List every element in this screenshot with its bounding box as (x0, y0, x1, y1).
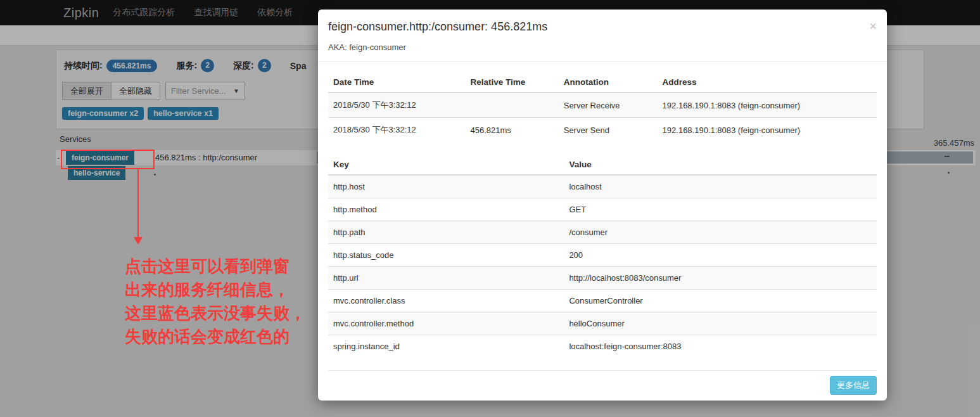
column-header-relative-time: Relative Time (466, 72, 559, 93)
column-header-value: Value (564, 155, 877, 175)
annotation-note-text: 点击这里可以看到弹窗 出来的服务纤细信息， 这里蓝色表示没事失败， 失败的话会变… (125, 255, 334, 349)
cell-value: localhost:feign-consumer:8083 (564, 335, 877, 358)
table-row: http.url http://localhost:8083/consumer (328, 267, 877, 290)
cell-date-time: 2018/5/30 下午3:32:12 (328, 118, 466, 143)
table-row: spring.instance_id localhost:feign-consu… (328, 335, 877, 358)
cell-date-time: 2018/5/30 下午3:32:12 (328, 93, 466, 118)
table-row: mvc.controller.class ConsumerController (328, 290, 877, 312)
annotation-note-line: 点击这里可以看到弹窗 (125, 255, 334, 278)
annotation-highlight-box (61, 150, 155, 169)
cell-relative-time (466, 93, 559, 118)
modal-title: feign-consumer.http:/consumer: 456.821ms (328, 20, 877, 34)
annotation-note-line: 这里蓝色表示没事失败， (125, 302, 334, 325)
more-info-button[interactable]: 更多信息 (830, 376, 877, 395)
annotation-arrow-line (137, 169, 139, 238)
column-header-date-time: Date Time (328, 72, 466, 93)
cell-value: ConsumerController (564, 290, 877, 312)
modal-footer: 更多信息 (318, 371, 887, 395)
column-header-address: Address (658, 72, 877, 93)
cell-key: mvc.controller.method (328, 312, 564, 335)
annotation-arrow-head-icon (134, 237, 143, 245)
table-row: http.status_code 200 (328, 244, 877, 267)
cell-value: GET (564, 198, 877, 221)
table-row: http.host localhost (328, 175, 877, 198)
table-row: http.path /consumer (328, 221, 877, 244)
table-row: 2018/5/30 下午3:32:12 456.821ms Server Sen… (328, 118, 877, 143)
table-row: 2018/5/30 下午3:32:12 Server Receive 192.1… (328, 93, 877, 118)
cell-annotation: Server Receive (559, 93, 658, 118)
cell-key: http.url (328, 267, 564, 290)
annotation-note-line: 出来的服务纤细信息， (125, 278, 334, 302)
annotation-note-line: 失败的话会变成红色的 (125, 325, 334, 349)
cell-key: http.path (328, 221, 564, 244)
modal-header: feign-consumer.http:/consumer: 456.821ms… (318, 10, 887, 62)
table-row: http.method GET (328, 198, 877, 221)
tags-table: Key Value http.host localhost http.metho… (328, 155, 877, 357)
cell-address: 192.168.190.1:8083 (feign-consumer) (658, 118, 877, 143)
cell-address: 192.168.190.1:8083 (feign-consumer) (658, 93, 877, 118)
cell-value: localhost (564, 175, 877, 198)
column-header-annotation: Annotation (559, 72, 658, 93)
cell-value: 200 (564, 244, 877, 267)
cell-key: spring.instance_id (328, 335, 564, 358)
table-row: mvc.controller.method helloConsumer (328, 312, 877, 335)
cell-value: helloConsumer (564, 312, 877, 335)
cell-value: /consumer (564, 221, 877, 244)
cell-relative-time: 456.821ms (466, 118, 559, 143)
annotations-table: Date Time Relative Time Annotation Addre… (328, 72, 877, 142)
column-header-key: Key (328, 155, 564, 175)
span-detail-modal: feign-consumer.http:/consumer: 456.821ms… (318, 10, 887, 401)
cell-annotation: Server Send (559, 118, 658, 143)
close-icon[interactable]: × (869, 20, 877, 32)
cell-key: http.method (328, 198, 564, 221)
cell-key: http.status_code (328, 244, 564, 267)
modal-body: Date Time Relative Time Annotation Addre… (318, 62, 887, 357)
cell-value: http://localhost:8083/consumer (564, 267, 877, 290)
cell-key: mvc.controller.class (328, 290, 564, 312)
modal-aka-subtitle: AKA: feign-consumer (328, 42, 877, 52)
cell-key: http.host (328, 175, 564, 198)
